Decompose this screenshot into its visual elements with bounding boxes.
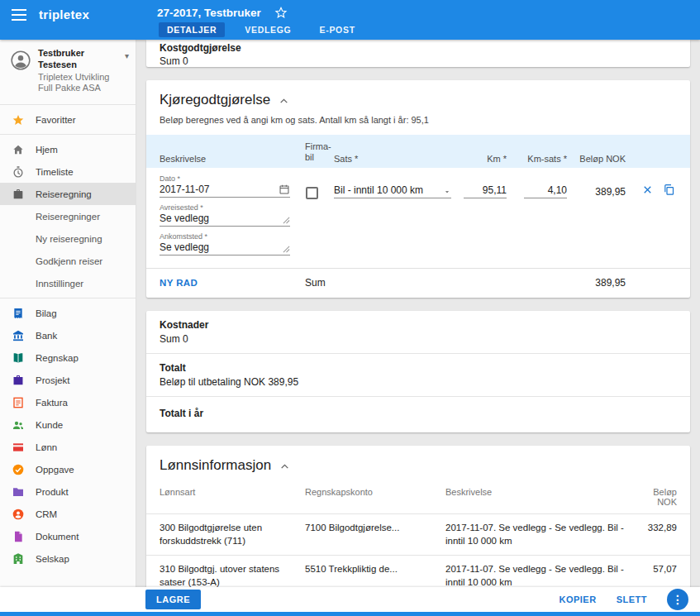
user-avatar-icon <box>10 48 31 74</box>
lonnsinformasjon-title: Lønnsinformasjon <box>160 457 271 474</box>
user-organization: Tripletex Utvikling Full Pakke ASA <box>38 72 118 95</box>
travel-expense-icon <box>12 188 25 201</box>
user-account-menu[interactable]: Testbruker Testesen Tripletex Utvikling … <box>0 40 136 101</box>
collapse-chevron-icon[interactable] <box>279 459 290 472</box>
col-belop: Beløp NOK <box>567 154 626 164</box>
totals-card: Kostnader Sum 0 Totalt Beløp til utbetal… <box>146 311 690 432</box>
home-icon <box>12 143 25 156</box>
textarea-resize-grip-icon[interactable] <box>283 246 290 253</box>
sidebar-item-regnskap[interactable]: Regnskap <box>0 346 136 369</box>
sidebar-item-selskap[interactable]: Selskap <box>0 547 136 570</box>
sidebar-item-favoritter[interactable]: Favoritter <box>0 108 136 131</box>
kjoregodtgjorelse-help-text: Beløp beregnes ved å angi km og sats. An… <box>146 108 690 135</box>
sidebar-item-timeliste[interactable]: Timeliste <box>0 160 136 183</box>
sidebar-item-hjem[interactable]: Hjem <box>0 138 136 160</box>
sidebar-item-lonn[interactable]: Lønn <box>0 436 136 458</box>
col-sats: Sats * <box>328 154 455 164</box>
divider <box>0 134 136 135</box>
col-km: Km * <box>455 154 507 164</box>
sidebar-item-reiseregning[interactable]: Reiseregning <box>0 183 136 205</box>
lonn-table-row: 310 Bilgodtgj. utover statens satser (15… <box>146 555 690 587</box>
kjoregodtgjorelse-card: Kjøregodtgjørelse Beløp beregnes ved å a… <box>146 80 690 298</box>
totalt-i-ar-section: Totalt i år <box>146 396 690 432</box>
calendar-icon[interactable] <box>279 184 290 195</box>
receipt-icon <box>12 307 25 320</box>
invoice-icon <box>12 396 25 409</box>
col-beskrivelse: Beskrivelse <box>160 154 298 164</box>
dropdown-caret-icon <box>443 188 451 196</box>
save-button[interactable]: LAGRE <box>145 590 201 609</box>
kostgodtgjorelse-title: Kostgodtgjørelse <box>160 42 677 54</box>
sidebar-item-bilag[interactable]: Bilag <box>0 302 136 324</box>
row-belop-value: 389,95 <box>567 186 626 198</box>
sum-value: 389,95 <box>567 277 626 289</box>
divider <box>0 298 136 298</box>
ankomststed-value[interactable]: Se vedlegg <box>160 241 209 253</box>
payment-card-icon <box>12 441 25 454</box>
totalt-section: Totalt Beløp til utbetaling NOK 389,95 <box>146 353 690 396</box>
document-icon <box>12 530 25 543</box>
sidebar-item-bank[interactable]: Bank <box>0 324 136 346</box>
briefcase-icon <box>12 374 25 387</box>
stopwatch-icon <box>12 165 25 179</box>
kjore-table-footer: NY RAD Sum 389,95 <box>146 268 690 298</box>
tab-epost[interactable]: E-POST <box>312 22 364 37</box>
kostgodtgjorelse-sum: Sum 0 <box>160 55 677 67</box>
sidebar-item-produkt[interactable]: Produkt <box>0 480 136 503</box>
dato-value[interactable]: 2017-11-07 <box>160 184 210 195</box>
ankomststed-field[interactable]: Ankomststed * Se vedlegg <box>160 232 290 255</box>
sidebar-item-oppgave[interactable]: Oppgave <box>0 458 136 480</box>
user-name: Testbruker Testesen <box>38 48 118 71</box>
lonn-table-row: 300 Bilgodtgjørelse uten forskuddstrekk … <box>146 514 690 555</box>
app-logo[interactable]: tripletex <box>39 9 89 21</box>
top-app-bar: tripletex 27-2017, Testbruker DETALJER V… <box>0 0 700 40</box>
lonnsinformasjon-card: Lønnsinformasjon Lønnsart Regnskapskonto… <box>146 446 690 587</box>
company-building-icon <box>12 552 25 566</box>
bottom-accent-strip <box>0 612 700 616</box>
sidebar-item-reiseregninger[interactable]: Reiseregninger <box>0 205 136 227</box>
app-window: tripletex 27-2017, Testbruker DETALJER V… <box>0 0 700 616</box>
avreisested-field[interactable]: Avreisested * Se vedlegg <box>160 203 290 227</box>
kjore-table-header: Beskrivelse Firma- bil Sats * Km * Km-sa… <box>146 135 690 168</box>
col-firmabil: Firma- bil <box>298 141 328 165</box>
avreisested-value[interactable]: Se vedlegg <box>160 212 209 224</box>
sidebar-item-godkjenn-reiser[interactable]: Godkjenn reiser <box>0 250 136 272</box>
copy-row-icon[interactable] <box>663 184 675 261</box>
copy-button[interactable]: KOPIER <box>559 595 596 604</box>
col-kmsats: Km-sats * <box>507 154 567 164</box>
dato-field[interactable]: Dato * 2017-11-07 <box>160 174 290 198</box>
sidebar-item-prosjekt[interactable]: Prosjekt <box>0 369 136 391</box>
firmabil-checkbox[interactable] <box>306 187 318 199</box>
tab-bar: DETALJER VEDLEGG E-POST <box>159 22 700 37</box>
customers-icon <box>12 418 25 432</box>
sidebar: Testbruker Testesen Tripletex Utvikling … <box>0 40 136 587</box>
task-check-icon <box>12 463 25 476</box>
sidebar-item-crm[interactable]: CRM <box>0 503 136 525</box>
sats-select[interactable]: Bil - inntil 10 000 km <box>334 184 451 198</box>
lonn-table-header: Lønnsart Regnskapskonto Beskrivelse Belø… <box>146 474 690 514</box>
page-title: 27-2017, Testbruker <box>157 7 261 19</box>
kjoregodtgjorelse-title: Kjøregodtgjørelse <box>160 92 270 108</box>
sidebar-item-ny-reiseregning[interactable]: Ny reiseregning <box>0 227 136 250</box>
favorite-star-icon[interactable] <box>274 6 288 19</box>
textarea-resize-grip-icon[interactable] <box>283 217 290 224</box>
sidebar-item-dokument[interactable]: Dokument <box>0 525 136 547</box>
more-options-fab[interactable]: ⋮ <box>667 589 688 610</box>
menu-icon[interactable] <box>12 9 26 21</box>
sidebar-item-innstillinger[interactable]: Innstillinger <box>0 272 136 294</box>
chevron-down-icon: ▾ <box>125 48 129 60</box>
sidebar-item-faktura[interactable]: Faktura <box>0 391 136 413</box>
kostnader-section: Kostnader Sum 0 <box>146 311 690 353</box>
sidebar-item-kunde[interactable]: Kunde <box>0 413 136 436</box>
crm-person-icon <box>12 508 25 521</box>
km-input[interactable]: 95,11 <box>464 184 507 198</box>
kmsats-input[interactable]: 4,10 <box>524 184 567 198</box>
collapse-chevron-icon[interactable] <box>279 93 289 107</box>
tab-vedlegg[interactable]: VEDLEGG <box>236 22 299 37</box>
vertical-dots-icon: ⋮ <box>672 593 683 606</box>
delete-button[interactable]: SLETT <box>617 595 647 604</box>
new-row-button[interactable]: NY RAD <box>160 278 298 288</box>
kostgodtgjorelse-card: Kostgodtgjørelse Sum 0 <box>146 40 690 67</box>
tab-detaljer[interactable]: DETALJER <box>159 22 225 37</box>
delete-row-icon[interactable] <box>641 184 654 261</box>
